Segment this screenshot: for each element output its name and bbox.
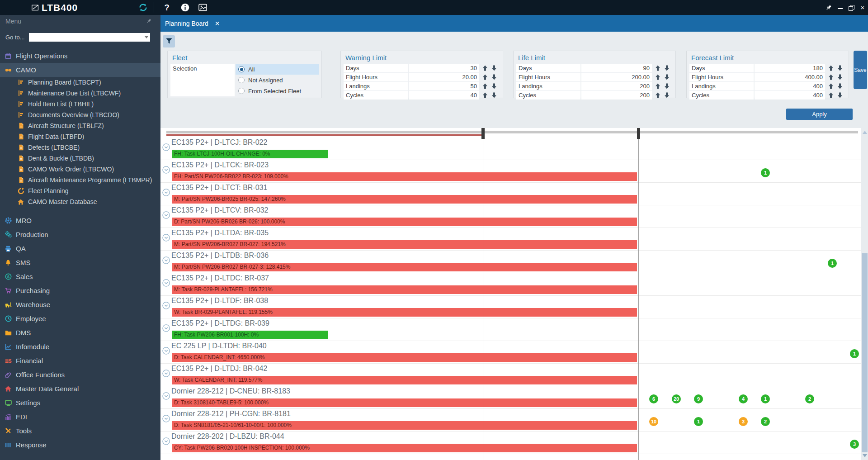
- sidebar-item-flight-data[interactable]: Flight Data (LTBFD): [0, 131, 160, 142]
- count-badge[interactable]: 3: [739, 417, 748, 426]
- restore-icon[interactable]: [848, 4, 855, 11]
- expand-chevron-icon[interactable]: [162, 166, 170, 175]
- goto-input[interactable]: [29, 33, 150, 42]
- sidebar-item-flight-operations[interactable]: Flight Operations: [0, 49, 160, 63]
- sidebar-item-dms[interactable]: DMS: [0, 326, 160, 340]
- sidebar-item-tools[interactable]: Tools: [0, 424, 160, 438]
- tab-close-icon[interactable]: ✕: [215, 20, 220, 27]
- sidebar-item-fleet-planning[interactable]: Fleet Planning: [0, 185, 160, 196]
- tab-planning-board[interactable]: Planning Board ✕: [160, 15, 224, 32]
- expand-chevron-icon[interactable]: [162, 437, 170, 447]
- limit-value-field[interactable]: 200: [581, 82, 652, 90]
- limit-value-field[interactable]: 50: [409, 82, 479, 90]
- expand-chevron-icon[interactable]: [162, 279, 170, 289]
- sidebar-item-edi[interactable]: EDI: [0, 410, 160, 424]
- task-bar[interactable]: FH: Task LTCJ-100H-OIL CHANGE: 0%: [172, 150, 328, 158]
- scroll-down-icon[interactable]: [863, 454, 867, 457]
- sidebar-item-camo[interactable]: CAMO: [0, 63, 160, 77]
- scroll-up-icon[interactable]: [863, 131, 867, 134]
- spinner-down-icon[interactable]: [491, 65, 497, 71]
- sidebar-item-camo-master-database[interactable]: CAMO Master Database: [0, 196, 160, 207]
- sidebar-item-sms[interactable]: SMS: [0, 256, 160, 270]
- refresh-icon[interactable]: [137, 0, 149, 15]
- sidebar-item-planning-board[interactable]: Planning Board (LTBCPT): [0, 77, 160, 88]
- menu-pin-icon[interactable]: [146, 17, 151, 25]
- sidebar-item-mro[interactable]: MRO: [0, 213, 160, 228]
- count-badge[interactable]: 2: [805, 394, 814, 403]
- task-bar[interactable]: M: Task BR-029-PLANTAFEL: 156.721%: [172, 285, 637, 294]
- spinner-up-icon[interactable]: [828, 83, 834, 89]
- count-badge[interactable]: 1: [850, 349, 859, 358]
- sidebar-item-maintenance-due-list[interactable]: Maintenance Due List (LTBCWF): [0, 88, 160, 99]
- fleet-option-all[interactable]: All: [236, 64, 319, 75]
- spinner-down-icon[interactable]: [664, 92, 670, 98]
- spinner-up-icon[interactable]: [482, 92, 488, 98]
- spinner-up-icon[interactable]: [482, 83, 488, 89]
- spinner-up-icon[interactable]: [655, 83, 660, 89]
- expand-chevron-icon[interactable]: [162, 189, 170, 198]
- count-badge[interactable]: 9: [694, 394, 703, 403]
- task-bar[interactable]: FH: Task PW206-BR001-100H: 0%: [172, 331, 328, 339]
- task-bar[interactable]: W: Task CALENDAR_INT: 119.577%: [172, 376, 637, 384]
- spinner-down-icon[interactable]: [837, 65, 843, 71]
- expand-chevron-icon[interactable]: [162, 347, 170, 356]
- spinner-up-icon[interactable]: [655, 65, 660, 71]
- count-badge[interactable]: 10: [649, 417, 658, 426]
- count-badge[interactable]: 6: [649, 394, 658, 403]
- sidebar-item-defects[interactable]: Defects (LTBCBE): [0, 142, 160, 153]
- count-badge[interactable]: 20: [672, 394, 681, 403]
- task-bar[interactable]: D: Task SN8181/05-21-10/61-10-00/1: 100.…: [172, 421, 637, 430]
- sidebar-item-warehouse[interactable]: Warehouse: [0, 298, 160, 312]
- sidebar-item-master-data-general[interactable]: Master Data General: [0, 382, 160, 396]
- sidebar-item-production[interactable]: Production: [0, 228, 160, 242]
- sidebar-item-camo-work-order[interactable]: CAMO Work Order (LTBCWO): [0, 164, 160, 175]
- expand-chevron-icon[interactable]: [162, 370, 170, 379]
- count-badge[interactable]: 1: [761, 394, 770, 403]
- sidebar-item-dent-buckle[interactable]: Dent & Buckle (LTBDB): [0, 153, 160, 164]
- timeline-handle-2[interactable]: [637, 128, 640, 139]
- sidebar-item-aircraft-structure[interactable]: Aircraft Structure (LTBLFZ): [0, 120, 160, 131]
- expand-chevron-icon[interactable]: [162, 415, 170, 424]
- timeline-handle-1[interactable]: [481, 128, 485, 139]
- fleet-option-from-selected-fleet[interactable]: From Selected Fleet: [236, 85, 319, 96]
- close-icon[interactable]: ×: [859, 4, 866, 11]
- task-bar[interactable]: CY: Task PW206-BR020 100H INSPECTION: 10…: [172, 444, 637, 452]
- count-badge[interactable]: 1: [761, 168, 770, 177]
- expand-chevron-icon[interactable]: [162, 256, 170, 266]
- spinner-down-icon[interactable]: [664, 65, 670, 71]
- task-bar[interactable]: D: Part/SN PW206-BR026 BR-026: 100.000%: [172, 218, 637, 226]
- goto-combobox[interactable]: [29, 33, 150, 41]
- spinner-down-icon[interactable]: [491, 83, 497, 89]
- limit-value-field[interactable]: 20.00: [409, 73, 479, 81]
- vertical-scrollbar[interactable]: [861, 128, 868, 460]
- sidebar-item-aircraft-maintenance-programme[interactable]: Aircraft Maintenance Programme (LTBMPR): [0, 175, 160, 185]
- expand-chevron-icon[interactable]: [162, 234, 170, 243]
- expand-chevron-icon[interactable]: [162, 143, 170, 153]
- spinner-down-icon[interactable]: [664, 83, 670, 89]
- limit-value-field[interactable]: 400.00: [755, 73, 825, 81]
- task-bar[interactable]: W: Task BR-029-PLANTAFEL: 119.155%: [172, 308, 637, 317]
- spinner-up-icon[interactable]: [828, 92, 834, 98]
- limit-value-field[interactable]: 400: [755, 91, 825, 100]
- count-badge[interactable]: 1: [828, 259, 837, 268]
- task-bar[interactable]: M: Part/SN PW206-BR027 BR-027-3: 128.415…: [172, 263, 637, 271]
- sidebar-item-hold-item-list[interactable]: Hold Item List (LTBHIL): [0, 99, 160, 109]
- spinner-down-icon[interactable]: [837, 74, 843, 80]
- sidebar-item-documents-overview[interactable]: Documents Overview (LTBCDO): [0, 109, 160, 120]
- task-bar[interactable]: D: Task CALENDAR_INT: 4650.000%: [172, 353, 637, 362]
- expand-chevron-icon[interactable]: [162, 302, 170, 311]
- help-icon[interactable]: ?: [160, 0, 173, 15]
- spinner-down-icon[interactable]: [491, 74, 497, 80]
- minimize-icon[interactable]: [836, 4, 844, 11]
- chevron-down-icon[interactable]: [145, 36, 148, 38]
- radio-icon[interactable]: [238, 77, 245, 83]
- limit-value-field[interactable]: 200.00: [581, 73, 652, 81]
- spinner-up-icon[interactable]: [655, 92, 660, 98]
- limit-value-field[interactable]: 90: [581, 64, 652, 72]
- pin-icon[interactable]: [825, 4, 832, 11]
- spinner-down-icon[interactable]: [837, 83, 843, 89]
- spinner-up-icon[interactable]: [828, 65, 834, 71]
- sidebar-item-office-functions[interactable]: Office Functions: [0, 368, 160, 382]
- task-bar[interactable]: FH: Part/SN PW206-BR022 BR-023: 109.000%: [172, 172, 637, 181]
- expand-chevron-icon[interactable]: [162, 324, 170, 334]
